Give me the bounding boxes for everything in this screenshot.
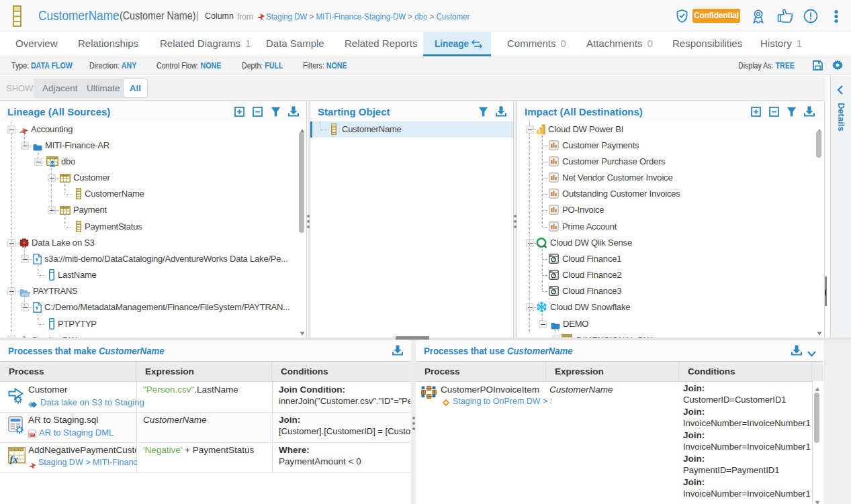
svg-text:fx: fx — [10, 454, 19, 464]
